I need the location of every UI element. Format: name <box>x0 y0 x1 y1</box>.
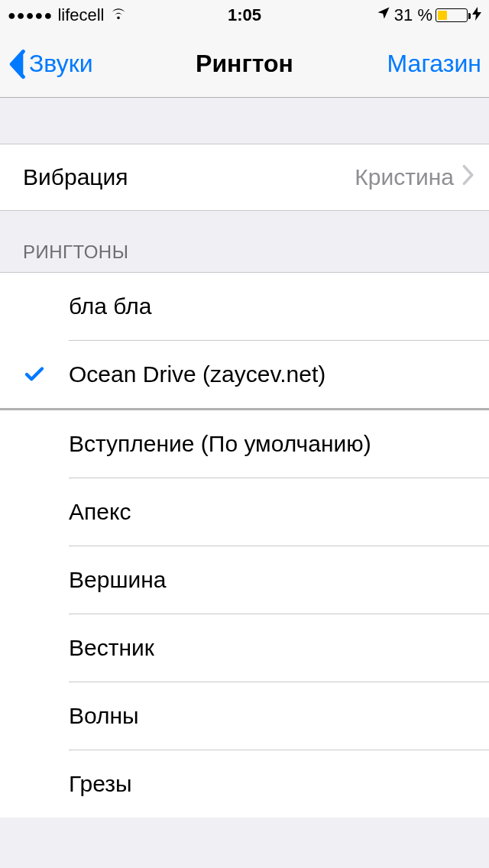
vibration-label: Вибрация <box>23 164 355 190</box>
ringtone-label: Апекс <box>69 499 474 525</box>
ringtones-section-header: РИНГТОНЫ <box>0 211 489 272</box>
battery-percent-label: 31 % <box>394 5 432 25</box>
chevron-left-icon <box>8 49 26 79</box>
ringtone-label: Волны <box>69 703 474 729</box>
ringtone-label: Вестник <box>69 635 474 661</box>
status-right: 31 % <box>261 5 481 25</box>
carrier-label: lifecell <box>57 5 104 25</box>
charging-icon <box>472 7 481 24</box>
ringtones-list: бла блаOcean Drive (zaycev.net)Вступлени… <box>0 272 489 818</box>
ringtone-row-system-1[interactable]: Апекс <box>0 478 489 546</box>
ringtone-row-system-0[interactable]: Вступление (По умолчанию) <box>0 410 489 478</box>
status-bar: ●●●●● lifecell 1:05 31 % <box>0 0 489 31</box>
checkmark-icon <box>23 363 46 386</box>
store-button[interactable]: Магазин <box>387 50 481 78</box>
back-label: Звуки <box>29 50 93 78</box>
signal-strength-icon: ●●●●● <box>8 8 53 24</box>
navigation-bar: Звуки Рингтон Магазин <box>0 31 489 98</box>
status-left: ●●●●● lifecell <box>8 4 228 27</box>
back-button[interactable]: Звуки <box>8 49 93 79</box>
ringtone-label: Вступление (По умолчанию) <box>69 431 474 457</box>
vibration-row[interactable]: Вибрация Кристина <box>0 144 489 211</box>
ringtone-row-custom-1[interactable]: Ocean Drive (zaycev.net) <box>0 341 489 408</box>
ringtone-label: Ocean Drive (zaycev.net) <box>69 361 474 387</box>
ringtone-row-system-3[interactable]: Вестник <box>0 614 489 682</box>
ringtone-row-system-2[interactable]: Вершина <box>0 546 489 614</box>
battery-icon <box>436 8 468 22</box>
wifi-icon <box>109 4 128 27</box>
status-time: 1:05 <box>228 5 261 25</box>
ringtone-label: Грезы <box>69 771 474 797</box>
ringtone-label: бла бла <box>69 293 474 319</box>
vibration-value: Кристина <box>355 164 454 190</box>
ringtone-label: Вершина <box>69 567 474 593</box>
ringtone-row-custom-0[interactable]: бла бла <box>0 273 489 340</box>
battery-fill <box>438 11 447 20</box>
location-icon <box>376 5 391 25</box>
checkmark-slot <box>0 363 69 386</box>
ringtone-row-system-4[interactable]: Волны <box>0 682 489 750</box>
ringtone-row-system-5[interactable]: Грезы <box>0 750 489 818</box>
chevron-right-icon <box>461 164 474 191</box>
